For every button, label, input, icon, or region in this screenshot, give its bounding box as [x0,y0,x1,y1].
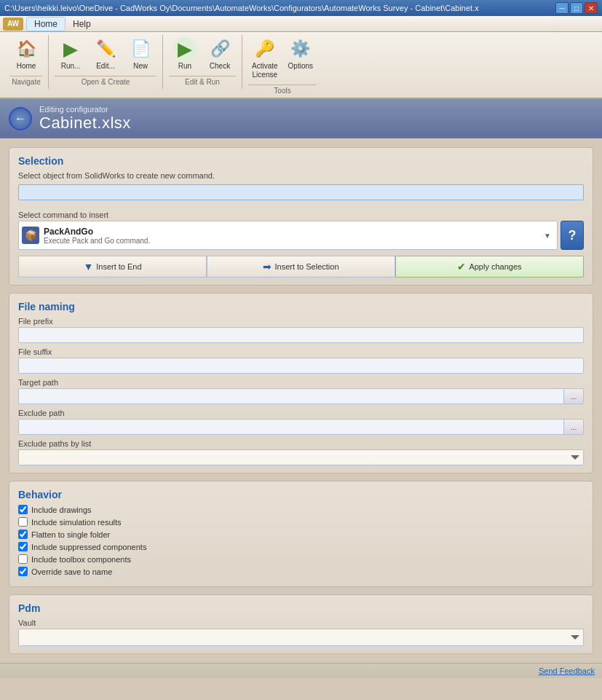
file-prefix-input[interactable] [18,327,584,343]
override-save-checkbox[interactable] [18,567,28,576]
options-button[interactable]: ⚙️ Options [285,35,317,73]
checkbox-include-suppressed: Include suppressed components [18,542,584,551]
ribbon-buttons-navigate: 🏠 Home [10,35,42,73]
open-create-group-label: Open & Create [55,76,157,86]
command-dropdown-arrow[interactable]: ▼ [541,232,554,240]
edit-button[interactable]: ✏️ Edit... [90,35,122,73]
exclude-paths-list-label: Exclude paths by list [18,439,584,448]
options-icon: ⚙️ [289,37,312,60]
checkbox-include-toolbox: Include toolbox components [18,554,584,564]
new-icon: 📄 [129,37,152,60]
run2-button[interactable]: ▶ Run [169,35,201,73]
check-button[interactable]: 🔗 Check [204,35,236,73]
ribbon-buttons-open-create: ▶ Run... ✏️ Edit... 📄 New [55,35,157,73]
exclude-path-browse-button[interactable]: ... [564,419,584,435]
include-suppressed-label[interactable]: Include suppressed components [31,543,146,551]
configurator-header: ← Editing configurator Cabinet.xlsx [0,99,602,138]
file-naming-section: File naming File prefix File suffix Targ… [9,293,593,473]
edit-icon: ✏️ [94,37,117,60]
file-naming-title: File naming [18,301,584,312]
checkbox-flatten-folder: Flatten to single folder [18,530,584,539]
menu-item-home[interactable]: Home [26,17,66,31]
apply-changes-label: Apply changes [469,262,521,271]
override-save-label[interactable]: Override save to name [31,567,112,576]
exclude-path-input[interactable] [18,419,564,435]
activate-license-button[interactable]: 🔑 ActivateLicense [248,35,282,82]
ribbon-group-open-create: ▶ Run... ✏️ Edit... 📄 New Open & Create [49,35,163,89]
checkbox-include-simulation: Include simulation results [18,517,584,527]
title-bar-label: C:\Users\heikki.leivo\OneDrive - CadWork… [4,4,479,12]
activate-icon: 🔑 [253,37,277,60]
command-selector[interactable]: 📦 PackAndGo Execute Pack and Go command.… [18,221,558,250]
vault-label: Vault [18,618,584,627]
include-toolbox-label[interactable]: Include toolbox components [31,555,131,564]
target-path-input[interactable] [18,388,564,404]
behavior-title: Behavior [18,489,584,500]
vault-select[interactable] [18,629,584,646]
run-button[interactable]: ▶ Run... [55,35,87,73]
ribbon-group-navigate: 🏠 Home Navigate [4,35,49,89]
title-bar-text: C:\Users\heikki.leivo\OneDrive - CadWork… [4,4,479,12]
editing-label: Editing configurator [39,105,131,114]
select-object-input[interactable] [18,184,584,200]
insert-selection-icon: ➡ [263,261,272,272]
maximize-button[interactable]: □ [570,2,583,14]
insert-to-selection-label: Insert to Selection [274,262,338,271]
activate-label: ActivateLicense [252,62,278,79]
checkbox-override-save: Override save to name [18,567,584,576]
run-label: Run... [61,62,81,71]
help-button[interactable]: ? [561,221,584,250]
include-drawings-checkbox[interactable] [18,505,28,514]
send-feedback-link[interactable]: Send Feedback [539,666,595,675]
select-command-label: Select command to insert [18,211,584,219]
file-suffix-input[interactable] [18,358,584,374]
close-button[interactable]: ✕ [585,2,598,14]
pdm-title: Pdm [18,602,584,614]
run2-label: Run [178,62,191,71]
ribbon-buttons-edit-run: ▶ Run 🔗 Check [169,35,236,73]
checkbox-include-drawings: Include drawings [18,505,584,514]
flatten-folder-checkbox[interactable] [18,530,28,539]
ribbon-group-edit-run: ▶ Run 🔗 Check Edit & Run [163,35,242,89]
target-path-row: ... [18,388,584,404]
target-path-label: Target path [18,378,584,387]
packandgo-icon: 📦 [25,229,37,241]
ribbon-group-tools: 🔑 ActivateLicense ⚙️ Options Tools [242,35,322,98]
home-icon: 🏠 [15,37,38,60]
new-button[interactable]: 📄 New [124,35,157,73]
file-prefix-label: File prefix [18,317,584,326]
back-button[interactable]: ← [9,107,32,130]
behavior-section: Behavior Include drawings Include simula… [9,481,593,587]
options-label: Options [288,62,313,71]
apply-changes-button[interactable]: ✔ Apply changes [395,256,584,278]
pdm-section: Pdm Vault [9,594,593,654]
include-suppressed-checkbox[interactable] [18,542,28,551]
navigate-group-label: Navigate [10,76,42,86]
exclude-path-row: ... [18,419,584,435]
edit-label: Edit... [96,62,115,71]
minimize-button[interactable]: ─ [555,2,569,14]
command-text: PackAndGo Execute Pack and Go command. [44,227,541,245]
exclude-paths-list-select[interactable] [18,449,584,465]
menu-item-help[interactable]: Help [66,17,98,31]
selection-section: Selection Select object from SolidWorks … [9,147,593,286]
home-label: Home [17,62,36,71]
check-icon: 🔗 [208,37,231,60]
include-simulation-label[interactable]: Include simulation results [31,518,122,527]
insert-end-icon: ▼ [83,261,93,272]
include-drawings-label[interactable]: Include drawings [31,506,92,514]
command-row: 📦 PackAndGo Execute Pack and Go command.… [18,221,584,250]
title-bar-controls: ─ □ ✕ [555,2,598,14]
file-suffix-label: File suffix [18,347,584,356]
home-button[interactable]: 🏠 Home [10,35,42,73]
insert-to-end-button[interactable]: ▼ Insert to End [18,256,207,278]
footer: Send Feedback [0,663,602,678]
flatten-folder-label[interactable]: Flatten to single folder [31,530,110,539]
check-label: Check [210,62,230,71]
command-icon: 📦 [22,227,39,244]
target-path-browse-button[interactable]: ... [564,388,584,404]
include-toolbox-checkbox[interactable] [18,554,28,564]
insert-buttons-row: ▼ Insert to End ➡ Insert to Selection ✔ … [18,256,584,278]
include-simulation-checkbox[interactable] [18,517,28,527]
insert-to-selection-button[interactable]: ➡ Insert to Selection [207,256,395,278]
